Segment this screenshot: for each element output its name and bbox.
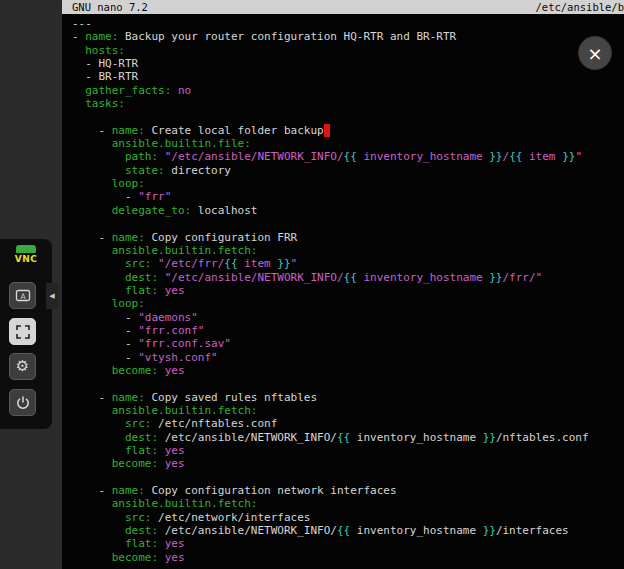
code-segment: "frr" (138, 190, 171, 203)
power-button[interactable] (9, 389, 36, 416)
editor-line: - name: Create local folder backup (72, 124, 624, 137)
editor-line: path: "/etc/ansible/NETWORK_INFO/{{ inve… (72, 150, 624, 163)
code-segment: }} (483, 524, 496, 537)
editor-line (72, 110, 624, 123)
code-segment: become: (112, 551, 158, 564)
code-segment: ansible.builtin.fetch: (112, 497, 258, 510)
code-segment (158, 551, 165, 564)
code-segment: become: (112, 364, 158, 377)
code-segment: {{ (337, 524, 350, 537)
keyboard-button[interactable]: A (9, 282, 36, 309)
code-segment: Copy saved rules nftables (145, 391, 317, 404)
code-segment: " (575, 150, 582, 163)
code-segment: ansible.builtin.fetch: (112, 244, 258, 257)
code-segment: flat: (125, 284, 158, 297)
code-segment: Copy configuration network interfaces (145, 484, 397, 497)
code-segment (72, 257, 125, 270)
code-segment: loop: (112, 177, 145, 190)
code-segment: state: (125, 164, 165, 177)
code-segment: inventory_hostname (357, 271, 489, 284)
code-segment: yes (165, 457, 185, 470)
code-segment (72, 150, 125, 163)
fullscreen-button[interactable] (9, 318, 36, 345)
nano-app-title: GNU nano 7.2 (72, 0, 148, 14)
editor-line: ansible.builtin.fetch: (72, 404, 624, 417)
code-segment: /etc/ansible/NETWORK_INFO/ (158, 524, 337, 537)
code-segment: dest: (125, 431, 158, 444)
code-segment: {{ (344, 271, 357, 284)
close-icon: × (587, 43, 602, 64)
code-segment (72, 244, 112, 257)
code-segment: ansible.builtin.file: (112, 137, 251, 150)
code-segment: yes (165, 364, 185, 377)
code-segment: name: (112, 484, 145, 497)
code-segment: }} (489, 150, 502, 163)
code-segment: - HQ-RTR (72, 57, 138, 70)
code-segment: dest: (125, 271, 158, 284)
code-segment: --- (72, 17, 92, 30)
fullscreen-icon (15, 324, 31, 340)
code-segment: yes (165, 551, 185, 564)
code-segment: inventory_hostname (350, 431, 482, 444)
editor-line (72, 377, 624, 390)
editor-line: - "frr.conf.sav" (72, 337, 624, 350)
editor-line: tasks: (72, 97, 624, 110)
code-segment: gather_facts: (85, 84, 171, 97)
code-segment (72, 177, 112, 190)
code-segment: "frr.conf.sav" (138, 337, 231, 350)
code-segment (171, 84, 178, 97)
code-segment: }} (562, 150, 575, 163)
terminal-window[interactable]: GNU nano 7.2 /etc/ansible/b ---- name: B… (62, 0, 624, 569)
editor-line: gather_facts: no (72, 84, 624, 97)
code-segment (158, 150, 165, 163)
settings-button[interactable]: ⚙ (9, 353, 36, 380)
editor-line: src: /etc/nftables.conf (72, 417, 624, 430)
code-segment: directory (165, 164, 231, 177)
code-segment (158, 271, 165, 284)
editor-line: state: directory (72, 164, 624, 177)
code-segment (72, 457, 112, 470)
editor-line: dest: /etc/ansible/NETWORK_INFO/{{ inven… (72, 431, 624, 444)
code-segment: /etc/network/interfaces (151, 511, 310, 524)
code-segment: path: (125, 150, 158, 163)
keyboard-icon: A (15, 288, 31, 304)
code-segment: yes (165, 284, 185, 297)
editor-line: - BR-RTR (72, 70, 624, 83)
code-segment: - BR-RTR (72, 70, 138, 83)
code-segment: - (72, 231, 112, 244)
novnc-control-bar: VNC A ⚙ (0, 239, 52, 429)
code-segment: /interfaces (496, 524, 569, 537)
editor[interactable]: ---- name: Backup your router configurat… (62, 14, 624, 564)
code-segment: name: (112, 391, 145, 404)
editor-line: - name: Backup your router configuration… (72, 30, 624, 43)
code-segment: /etc/ansible/NETWORK_INFO/ (158, 431, 337, 444)
code-segment: - (72, 190, 138, 203)
code-segment (158, 457, 165, 470)
code-segment: {{ (224, 257, 237, 270)
editor-line: - "frr.conf" (72, 324, 624, 337)
code-segment: }} (277, 257, 290, 270)
code-segment: }} (483, 431, 496, 444)
code-segment (72, 404, 112, 417)
code-segment (72, 537, 125, 550)
editor-line (72, 217, 624, 230)
code-segment: inventory_hostname (350, 524, 482, 537)
code-segment: - (72, 337, 138, 350)
code-segment: - (72, 324, 138, 337)
editor-line: dest: /etc/ansible/NETWORK_INFO/{{ inven… (72, 524, 624, 537)
code-segment: loop: (112, 297, 145, 310)
code-segment: "vtysh.conf" (138, 351, 217, 364)
code-segment (72, 297, 112, 310)
code-segment: item (238, 257, 278, 270)
code-segment: Backup your router configuration HQ-RTR … (118, 30, 456, 43)
code-segment: tasks: (85, 97, 125, 110)
code-segment: - (72, 30, 85, 43)
code-segment (158, 444, 165, 457)
editor-line: become: yes (72, 457, 624, 470)
power-icon (15, 395, 31, 411)
close-button[interactable]: × (579, 37, 611, 69)
code-segment (72, 524, 125, 537)
editor-line: - HQ-RTR (72, 57, 624, 70)
editor-line: delegate_to: localhost (72, 204, 624, 217)
control-bar-handle[interactable]: ◀ (46, 283, 58, 309)
